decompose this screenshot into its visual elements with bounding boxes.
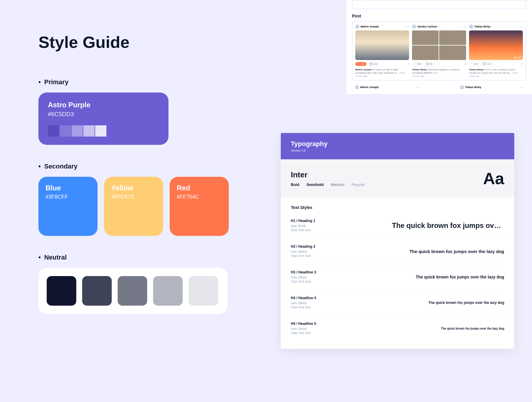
primary-tint-swatch <box>60 125 71 137</box>
avatar <box>355 25 359 29</box>
neutral-swatch <box>189 276 218 306</box>
primary-tint-swatch <box>48 125 59 137</box>
font-name: Inter <box>291 170 365 179</box>
text-style-row: H5 / Headline 5 Inter (Bold) 14px font s… <box>291 316 504 341</box>
comment-button[interactable]: 💬 20 <box>424 62 434 66</box>
secondary-color-hex: #FFCE73 <box>111 194 156 200</box>
style-size: 24px font size <box>291 254 315 257</box>
share-icon[interactable]: ↗ <box>464 62 466 66</box>
style-name: H4 / Headline 4 <box>291 296 316 300</box>
style-name: H1 / Heading 1 <box>291 219 315 223</box>
typography-version: Version 1.0 <box>291 149 504 152</box>
post-card: Hendry Carlson⋯ ♡ 156 💬 20 ↗ Tobias Rick… <box>412 25 466 77</box>
post-time: 23 hours ago <box>412 75 466 77</box>
avatar <box>460 85 464 89</box>
typography-title: Typography <box>291 140 504 148</box>
avatar <box>469 25 473 29</box>
primary-tint-swatch <box>95 125 106 137</box>
like-button[interactable]: ♡ 1.2K <box>355 62 366 66</box>
style-sample: The quick brown fox jumps over t… <box>392 221 504 230</box>
post-card: Tobias Ricky⋯ ♡ 328 💬 116 ↗ Tobias Ricky… <box>469 25 523 77</box>
secondary-color-name: Red <box>177 184 222 192</box>
text-style-row: H1 / Heading 1 Inter Bold) 32px font siz… <box>291 213 504 239</box>
primary-tint-swatch <box>72 125 83 137</box>
dashed-placeholder <box>352 0 526 9</box>
secondary-colors-row: Blue#3F8CFFYellow#FFCE73Red#FF754C <box>38 177 231 236</box>
style-font: Inter (Bold) <box>291 327 316 330</box>
style-name: H3 / Headline 3 <box>291 270 316 274</box>
section-secondary-label: Secondary <box>38 163 231 170</box>
style-sample: The quick brown fox jumps over the lazy … <box>428 301 504 305</box>
post-image[interactable] <box>412 30 466 60</box>
section-primary-label: Primary <box>38 78 231 86</box>
post-username: Melvin Joseph <box>360 86 414 89</box>
comment-button[interactable]: 💬 116 <box>481 62 493 66</box>
post-username: Tobias Ricky <box>474 25 518 28</box>
typography-header: Typography Version 1.0 <box>281 133 514 159</box>
primary-tints <box>48 125 159 137</box>
post-caption: Tobias Ricky more or less, because a goo… <box>469 68 523 74</box>
style-font: Inter (Bold) <box>291 250 315 253</box>
more-icon[interactable]: ⋯ <box>519 26 523 27</box>
style-sample: The quick brown fox jumps over the lazy … <box>441 327 504 330</box>
page-title: Style Guide <box>38 33 231 52</box>
share-icon[interactable]: ↗ <box>407 62 409 66</box>
text-style-row: H2 / Heading 2 Inter (Bold) 24px font si… <box>291 239 504 264</box>
share-icon[interactable]: ↗ <box>520 62 523 66</box>
text-styles-section: Text Styles H1 / Heading 1 Inter Bold) 3… <box>281 197 514 349</box>
style-font: Inter (Bold) <box>291 301 316 305</box>
weight-medium: Medium <box>331 182 344 187</box>
more-icon[interactable]: ⋯ <box>463 26 466 27</box>
like-button[interactable]: ♡ 328 <box>469 62 480 66</box>
secondary-color-card: Blue#3F8CFF <box>38 177 98 236</box>
posts-grid: Melvin Joseph⋯ ♡ 1.2K 💬 128 ↗ Melvin Jos… <box>352 21 526 80</box>
primary-color-card: Astro Purple #6C5DD3 <box>38 93 168 145</box>
primary-tint-swatch <box>83 125 95 137</box>
style-guide-panel: Style Guide Primary Astro Purple #6C5DD3… <box>38 33 231 314</box>
post-username: Tobias Ricky <box>465 86 519 89</box>
neutral-swatches <box>38 268 228 314</box>
style-size: 18px font size <box>291 305 316 309</box>
style-size: 22px font size <box>291 280 316 283</box>
secondary-color-hex: #3F8CFF <box>46 194 90 200</box>
style-font: Inter Bold) <box>291 224 315 228</box>
text-style-row: H3 / Headline 3 Inter (Bold) 22px font s… <box>291 264 504 290</box>
posts-preview-panel: Post Melvin Joseph⋯ ♡ 1.2K 💬 128 ↗ Melvi… <box>346 0 532 94</box>
more-icon[interactable]: ⋯ <box>406 26 409 27</box>
post-username: Melvin Joseph <box>361 25 404 28</box>
text-styles-label: Text Styles <box>291 205 504 210</box>
style-font: Inter (Bold) <box>291 275 316 279</box>
style-name: H2 / Heading 2 <box>291 244 315 249</box>
style-size: 14px font size <box>291 331 316 335</box>
style-size: 32px font size <box>291 228 315 232</box>
post-card: Melvin Joseph⋯ ♡ 1.2K 💬 128 ↗ Melvin Jos… <box>355 25 409 77</box>
neutral-swatch <box>118 276 147 306</box>
avatar <box>412 25 416 29</box>
comment-button[interactable]: 💬 128 <box>368 62 379 66</box>
post-image[interactable] <box>469 30 523 60</box>
like-button[interactable]: ♡ 156 <box>412 62 423 66</box>
post-image[interactable] <box>355 30 409 60</box>
style-name: H5 / Headline 5 <box>291 322 316 326</box>
weight-regular: Regular <box>352 182 365 187</box>
post-username: Hendry Carlson <box>417 25 461 28</box>
secondary-color-name: Blue <box>46 184 90 192</box>
typography-panel: Typography Version 1.0 Inter Bold Semibo… <box>281 133 514 349</box>
section-neutral-label: Neutral <box>38 254 231 261</box>
more-icon[interactable]: ⋯ <box>415 86 419 88</box>
post-caption: Melvin Joseph It's never too late to sta… <box>355 68 409 74</box>
more-icon[interactable]: ⋯ <box>520 86 523 88</box>
post-header: Tobias Ricky⋯ <box>460 85 523 89</box>
secondary-color-card: Yellow#FFCE73 <box>104 177 163 236</box>
post-time: 2 days ago <box>469 75 523 77</box>
text-style-row: H4 / Headline 4 Inter (Bold) 18px font s… <box>291 290 504 316</box>
font-weights-row: Bold Semibold Medium Regular <box>291 182 365 187</box>
post-caption: Tobias Ricky Discussion together to prod… <box>412 68 466 74</box>
posts-secondary-row: Melvin Joseph⋯Tobias Ricky⋯ <box>352 82 526 94</box>
secondary-color-card: Red#FF754C <box>170 177 229 236</box>
primary-color-hex: #6C5DD3 <box>48 111 159 118</box>
avatar <box>355 85 359 89</box>
primary-color-name: Astro Purple <box>48 101 159 109</box>
secondary-color-hex: #FF754C <box>177 194 222 200</box>
weight-bold: Bold <box>291 182 299 187</box>
